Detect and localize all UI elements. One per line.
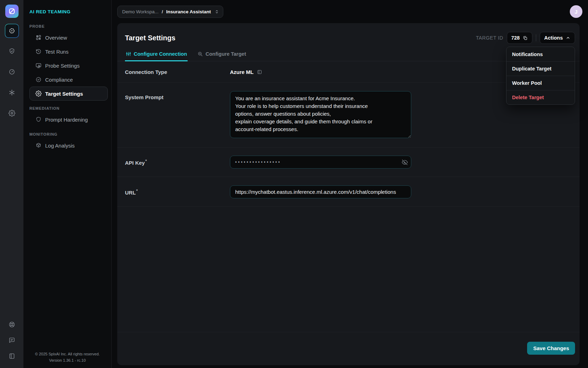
sidebar: AI RED TEAMING PROBE Overview bbox=[23, 0, 112, 368]
actions-button[interactable]: Actions bbox=[540, 32, 575, 44]
tab-configure-connection[interactable]: Configure Connection bbox=[125, 51, 188, 61]
header-controls: TARGET ID 728 Actions bbox=[476, 32, 575, 44]
app-root: AI RED TEAMING PROBE Overview bbox=[0, 0, 588, 368]
section-label-probe: PROBE bbox=[29, 24, 111, 28]
rail-item-settings[interactable] bbox=[5, 106, 19, 120]
target-id-copy-button[interactable]: 728 bbox=[507, 32, 532, 44]
logo-slash-icon bbox=[8, 7, 16, 15]
sidebar-item-label: Compliance bbox=[45, 77, 73, 83]
tab-configure-target[interactable]: Configure Target bbox=[197, 51, 247, 61]
badge-check-icon bbox=[35, 76, 42, 83]
breadcrumb-current[interactable]: Insurance Assistant bbox=[166, 9, 211, 14]
toggle-visibility-button[interactable] bbox=[402, 159, 408, 165]
connection-type-label: Connection Type bbox=[125, 69, 230, 75]
breadcrumb[interactable]: Demo Workspa... / Insurance Assistant bbox=[117, 6, 223, 18]
sidebar-item-probe-settings[interactable]: Probe Settings bbox=[29, 59, 108, 73]
target-id-label: TARGET ID bbox=[476, 35, 503, 41]
grid-icon bbox=[35, 34, 42, 41]
card-footer: Save Changes bbox=[117, 332, 580, 365]
section-label-monitoring: MONITORING bbox=[29, 132, 111, 136]
app-title: AI RED TEAMING bbox=[23, 9, 111, 14]
rail-item-cluster[interactable] bbox=[5, 86, 19, 100]
topbar: Demo Workspa... / Insurance Assistant J bbox=[117, 0, 580, 23]
sidebar-item-label: Target Settings bbox=[45, 91, 83, 97]
rail-item-probe[interactable] bbox=[5, 24, 19, 38]
tab-label: Configure Target bbox=[205, 51, 246, 57]
card-header: Target Settings TARGET ID 728 Actions bbox=[117, 23, 580, 44]
url-field-wrap bbox=[230, 185, 411, 198]
version-text: Version 1.36.1 - rc.10 bbox=[23, 357, 111, 364]
sidebar-item-test-runs[interactable]: Test Runs bbox=[29, 45, 108, 59]
sidebar-item-log-analysis[interactable]: Log Analysis bbox=[29, 138, 108, 152]
url-input[interactable] bbox=[230, 185, 411, 198]
lifebuoy-icon bbox=[8, 321, 15, 328]
screen-search-icon bbox=[35, 62, 42, 69]
url-label: URL* bbox=[125, 188, 230, 196]
api-key-row: API Key* bbox=[117, 148, 580, 177]
brand-logo[interactable] bbox=[5, 5, 19, 18]
target-icon bbox=[8, 27, 15, 34]
shield-check-icon bbox=[8, 48, 15, 55]
section-label-remediation: REMEDIATION bbox=[29, 106, 111, 110]
vertical-divider bbox=[536, 34, 536, 41]
sidebar-item-target-settings[interactable]: Target Settings bbox=[29, 87, 108, 101]
sidebar-item-compliance[interactable]: Compliance bbox=[29, 73, 108, 87]
chat-icon bbox=[8, 337, 15, 344]
sidebar-item-label: Test Runs bbox=[45, 49, 69, 55]
rail-item-feedback[interactable] bbox=[5, 333, 19, 347]
docs-icon[interactable] bbox=[257, 69, 262, 75]
save-button[interactable]: Save Changes bbox=[527, 342, 575, 355]
copyright-text: © 2025 SplxAI Inc. All rights reserved. bbox=[23, 351, 111, 357]
page-title: Target Settings bbox=[125, 34, 175, 42]
rail-item-help[interactable] bbox=[5, 318, 19, 332]
gear-icon bbox=[8, 110, 15, 117]
sidebar-item-label: Log Analysis bbox=[45, 143, 75, 149]
gear-icon bbox=[35, 90, 42, 97]
sidebar-item-overview[interactable]: Overview bbox=[29, 30, 108, 45]
sidebar-item-prompt-hardening[interactable]: Prompt Hardening bbox=[29, 113, 108, 127]
api-key-input[interactable] bbox=[230, 156, 411, 169]
avatar[interactable]: J bbox=[570, 5, 582, 18]
history-icon bbox=[35, 48, 42, 55]
shield-icon bbox=[35, 116, 42, 123]
main-area: Demo Workspa... / Insurance Assistant J … bbox=[112, 0, 588, 368]
target-id-value: 728 bbox=[511, 35, 520, 41]
menu-item-worker-pool[interactable]: Worker Pool bbox=[506, 76, 575, 90]
system-prompt-textarea[interactable] bbox=[230, 91, 411, 138]
connection-type-value: Azure ML bbox=[230, 69, 254, 75]
eye-off-icon bbox=[402, 159, 408, 165]
breadcrumb-workspace[interactable]: Demo Workspa... bbox=[122, 9, 159, 14]
search-gear-icon bbox=[197, 51, 203, 57]
system-prompt-label: System Prompt bbox=[125, 91, 230, 100]
cluster-icon bbox=[8, 89, 15, 96]
card-empty-space bbox=[117, 207, 580, 332]
rail-item-docs[interactable] bbox=[5, 349, 19, 363]
tab-label: Configure Connection bbox=[134, 51, 187, 57]
copy-icon bbox=[523, 35, 528, 41]
rail-item-security[interactable] bbox=[5, 44, 19, 58]
chevron-updown-icon bbox=[214, 9, 219, 14]
sidebar-item-label: Prompt Hardening bbox=[45, 117, 88, 123]
required-mark: * bbox=[145, 158, 147, 164]
breadcrumb-separator: / bbox=[162, 9, 163, 14]
sidebar-item-label: Overview bbox=[45, 35, 67, 41]
menu-item-notifications[interactable]: Notifications bbox=[506, 47, 575, 61]
book-icon bbox=[8, 353, 15, 360]
sliders-icon bbox=[126, 51, 131, 57]
menu-item-delete-target[interactable]: Delete Target bbox=[506, 90, 575, 104]
menu-item-duplicate-target[interactable]: Duplicate Target bbox=[506, 61, 575, 76]
chevron-up-icon bbox=[566, 35, 570, 40]
actions-button-label: Actions bbox=[544, 35, 563, 41]
cube-search-icon bbox=[35, 142, 42, 149]
sidebar-footer: © 2025 SplxAI Inc. All rights reserved. … bbox=[23, 351, 111, 368]
api-key-field-wrap bbox=[230, 156, 411, 169]
required-mark: * bbox=[136, 188, 138, 193]
sidebar-item-label: Probe Settings bbox=[45, 63, 79, 69]
icon-rail bbox=[0, 0, 23, 368]
gauge-icon bbox=[8, 68, 15, 75]
api-key-label: API Key* bbox=[125, 158, 230, 166]
actions-menu: Notifications Duplicate Target Worker Po… bbox=[506, 47, 575, 105]
url-row: URL* bbox=[117, 177, 580, 207]
rail-item-dashboard[interactable] bbox=[5, 65, 19, 79]
